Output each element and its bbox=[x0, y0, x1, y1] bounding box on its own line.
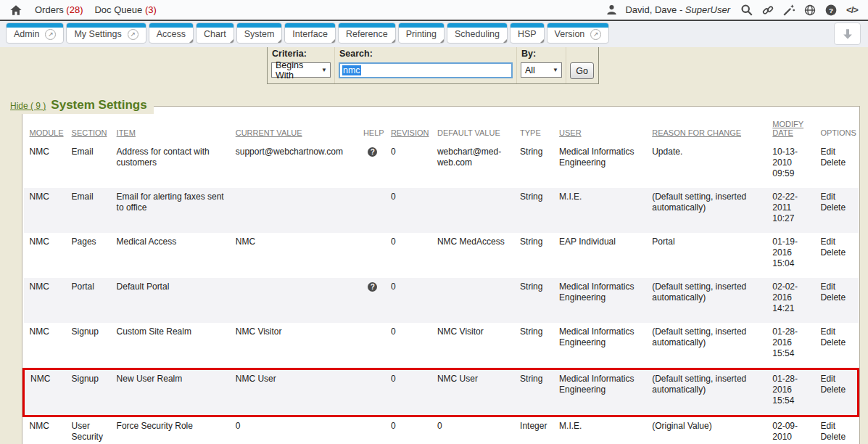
delete-link[interactable]: Delete bbox=[820, 432, 853, 443]
tab-chart[interactable]: Chart bbox=[196, 22, 234, 44]
column-header-current-value[interactable]: CURRENT VALUE bbox=[234, 112, 362, 143]
tab-printing[interactable]: Printing bbox=[398, 22, 445, 44]
doc-queue-label: Doc Queue bbox=[94, 4, 142, 15]
svg-text:?: ? bbox=[829, 6, 833, 14]
table-row: NMC Signup Custom Site Realm NMC Visitor… bbox=[24, 323, 859, 369]
help-icon[interactable]: ? bbox=[368, 282, 377, 292]
dropdown-corner-icon bbox=[331, 39, 335, 43]
cell-help: ? bbox=[362, 143, 389, 188]
column-header-user[interactable]: USER bbox=[558, 112, 650, 143]
dropdown-corner-icon bbox=[278, 39, 281, 43]
tab-system[interactable]: System bbox=[236, 22, 283, 44]
column-header-item[interactable]: ITEM bbox=[115, 112, 234, 143]
cell-type: String bbox=[518, 323, 558, 369]
cell-options: Edit Delete bbox=[819, 143, 858, 188]
orders-link[interactable]: Orders (28) bbox=[35, 4, 83, 15]
column-header-revision[interactable]: REVISION bbox=[389, 112, 436, 143]
search-input[interactable]: nmc bbox=[339, 62, 513, 78]
by-select[interactable]: All ▼ bbox=[521, 62, 562, 78]
column-header-options: OPTIONS bbox=[819, 112, 858, 143]
globe-icon[interactable] bbox=[803, 3, 817, 17]
dropdown-corner-icon bbox=[503, 39, 507, 43]
tab-admin[interactable]: Admin ↗ bbox=[6, 22, 64, 44]
code-icon[interactable]: </> bbox=[845, 3, 859, 17]
table-header-row: MODULESECTIONITEMCURRENT VALUEHELPREVISI… bbox=[24, 112, 859, 143]
tab-access[interactable]: Access bbox=[149, 22, 194, 44]
table-row: NMC User Security Force Security Role 0 … bbox=[24, 416, 859, 444]
page-title: System Settings bbox=[51, 98, 146, 112]
column-header-section[interactable]: SECTION bbox=[70, 112, 115, 143]
by-cell: All ▼ bbox=[517, 60, 566, 83]
tab-interface[interactable]: Interface bbox=[284, 22, 336, 44]
edit-link[interactable]: Edit bbox=[820, 326, 853, 337]
tab-accent-bar bbox=[67, 23, 145, 28]
edit-link[interactable]: Edit bbox=[820, 374, 853, 385]
tab-hsp[interactable]: HSP bbox=[510, 22, 545, 44]
edit-link[interactable]: Edit bbox=[820, 237, 853, 247]
cell-options: Edit Delete bbox=[819, 369, 858, 416]
popout-icon[interactable]: ↗ bbox=[128, 29, 139, 40]
go-cell: Go bbox=[566, 60, 598, 83]
cell-user: Medical Informatics Engineering bbox=[558, 278, 650, 323]
popout-icon[interactable]: ↗ bbox=[590, 29, 601, 40]
cell-section: Signup bbox=[70, 323, 115, 369]
cell-item: Address for contact with customers bbox=[115, 143, 234, 188]
criteria-select[interactable]: Begins With ▼ bbox=[271, 62, 331, 78]
delete-link[interactable]: Delete bbox=[820, 157, 853, 168]
down-arrow-button[interactable] bbox=[834, 22, 861, 45]
cell-current-value bbox=[234, 188, 362, 233]
cell-help bbox=[362, 188, 389, 233]
column-header-reason-for-change[interactable]: REASON FOR CHANGE bbox=[650, 112, 771, 143]
hide-link[interactable]: Hide ( 9 ) bbox=[10, 101, 46, 111]
tab-version[interactable]: Version ↗ bbox=[547, 22, 610, 44]
help-icon[interactable]: ? bbox=[368, 147, 377, 157]
edit-link[interactable]: Edit bbox=[820, 147, 853, 157]
tab-label: Interface bbox=[292, 29, 328, 39]
tab-scheduling[interactable]: Scheduling bbox=[447, 22, 508, 44]
column-header-module[interactable]: MODULE bbox=[24, 112, 70, 143]
top-bar-left: Orders (28) Doc Queue (3) bbox=[9, 3, 157, 17]
column-header-modify-date[interactable]: MODIFY DATE bbox=[771, 112, 819, 143]
delete-link[interactable]: Delete bbox=[820, 292, 853, 303]
cell-modify-date: 01-28-2016 15:54 bbox=[771, 369, 819, 416]
cell-options: Edit Delete bbox=[819, 233, 858, 278]
cell-type: String bbox=[518, 369, 558, 416]
help-icon[interactable]: ? bbox=[824, 3, 838, 17]
home-icon[interactable] bbox=[9, 3, 23, 17]
doc-queue-count: (3) bbox=[145, 4, 157, 15]
popout-icon[interactable]: ↗ bbox=[45, 29, 56, 40]
tab-reference[interactable]: Reference bbox=[338, 22, 396, 44]
cell-default-value bbox=[436, 278, 518, 323]
delete-link[interactable]: Delete bbox=[820, 247, 853, 258]
criteria-cell: Begins With ▼ bbox=[268, 60, 335, 83]
wand-icon[interactable] bbox=[782, 3, 796, 17]
delete-link[interactable]: Delete bbox=[820, 202, 853, 213]
cell-current-value: support@webchartnow.com bbox=[234, 143, 362, 188]
cell-reason-for-change: (Default setting, inserted automatically… bbox=[650, 369, 771, 416]
delete-link[interactable]: Delete bbox=[820, 385, 853, 395]
tab-label: Chart bbox=[204, 29, 226, 39]
cell-default-value: NMC MedAccess bbox=[436, 233, 518, 278]
tab-accent-bar bbox=[237, 23, 282, 28]
tab-my-settings[interactable]: My Settings ↗ bbox=[66, 22, 146, 44]
table-row: NMC Pages Medical Access NMC 0 NMC MedAc… bbox=[24, 233, 859, 278]
doc-queue-link[interactable]: Doc Queue (3) bbox=[94, 4, 156, 15]
edit-link[interactable]: Edit bbox=[820, 281, 853, 292]
delete-link[interactable]: Delete bbox=[820, 337, 853, 348]
tab-accent-bar bbox=[399, 23, 444, 28]
cell-default-value: 0 bbox=[436, 416, 518, 444]
tab-accent-bar bbox=[7, 23, 63, 28]
tab-label: Admin bbox=[14, 29, 39, 39]
search-panel-grid: Criteria: Search: By: Begins With ▼ nmc … bbox=[268, 46, 598, 83]
cell-item: Medical Access bbox=[115, 233, 234, 278]
cell-modify-date: 01-28-2016 15:54 bbox=[771, 323, 819, 369]
cell-revision: 0 bbox=[389, 278, 436, 323]
link-icon[interactable] bbox=[761, 3, 775, 17]
edit-link[interactable]: Edit bbox=[820, 421, 853, 432]
cell-help: ? bbox=[362, 278, 389, 323]
search-icon[interactable] bbox=[740, 3, 754, 17]
go-button[interactable]: Go bbox=[570, 62, 594, 79]
cell-default-value: NMC User bbox=[436, 369, 518, 416]
edit-link[interactable]: Edit bbox=[820, 192, 853, 202]
cell-item: Force Security Role bbox=[115, 416, 234, 444]
